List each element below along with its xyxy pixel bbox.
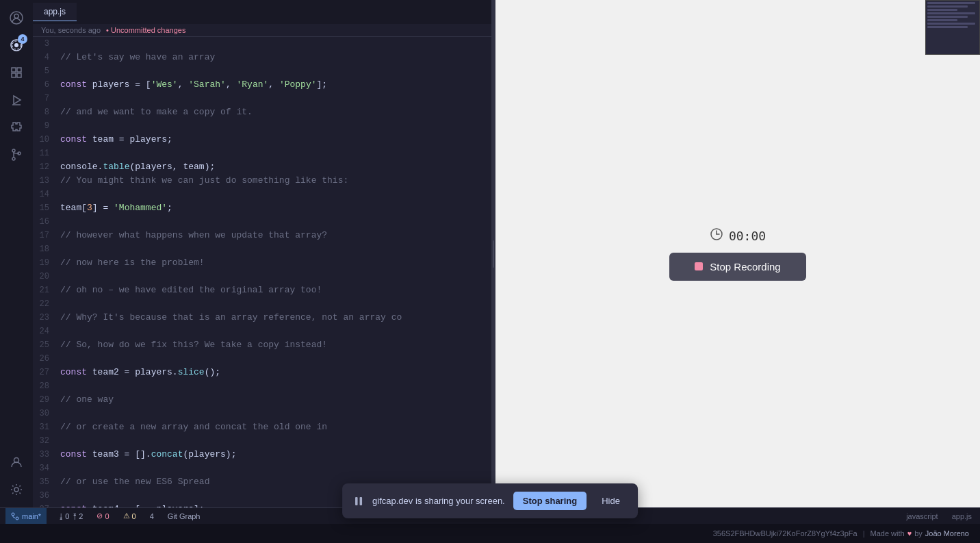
timer-value: 00:00 (729, 229, 766, 243)
code-line-25: 25 // So, how do we fix this? We take a … (33, 338, 491, 352)
code-content[interactable]: 3 4 // Let's say we have an array 5 6 co… (33, 37, 491, 507)
code-line-3: 3 (33, 37, 491, 51)
code-line-17: 17 // however what happens when we updat… (33, 229, 491, 242)
code-line-21: 21 // oh no – we have edited the origina… (33, 283, 491, 297)
code-panel: app.js You, seconds ago • Uncommitted ch… (33, 0, 491, 507)
timer-display: 00:00 (710, 227, 766, 244)
filename-indicator[interactable]: app.js (949, 512, 975, 520)
explorer-icon[interactable] (4, 60, 29, 85)
code-line-27: 27 const team2 = players.slice(); (33, 366, 491, 379)
tab-app-js[interactable]: app.js (33, 3, 77, 21)
settings-icon[interactable] (4, 477, 29, 502)
status-right: javascript app.js (903, 512, 975, 520)
hide-notification-button[interactable]: Hide (595, 492, 627, 510)
author-name: João Moreno (925, 529, 969, 538)
git-graph-label: Git Graph (168, 512, 201, 520)
run-icon[interactable] (4, 88, 29, 112)
extensions-icon[interactable] (4, 115, 29, 140)
branch-name: main* (22, 512, 41, 520)
svg-point-3 (14, 43, 18, 47)
recording-controls: 00:00 Stop Recording (669, 227, 806, 281)
sync-indicator[interactable]: ⭳0 ⭱2 (55, 512, 86, 520)
svg-point-11 (12, 157, 15, 160)
svg-rect-21 (360, 497, 363, 505)
notification-icon[interactable]: 4 (4, 33, 29, 58)
code-line-18: 18 (33, 242, 491, 256)
activity-bar-bottom (4, 450, 29, 507)
code-line-10: 10 const team = players; (33, 133, 491, 147)
branch-icon (11, 512, 19, 520)
code-line-6: 6 const players = ['Wes', 'Sarah', 'Ryan… (33, 78, 491, 92)
code-line-9: 9 (33, 119, 491, 133)
code-line-8: 8 // and we want to make a copy of it. (33, 105, 491, 119)
code-line-32: 32 (33, 434, 491, 448)
source-control-icon[interactable] (4, 142, 29, 167)
breadcrumb-author: You, seconds ago (41, 26, 101, 34)
made-with-section: Made with ♥ by João Moreno (870, 529, 969, 538)
breadcrumb-bar: You, seconds ago • Uncommitted changes (33, 24, 491, 37)
code-line-26: 26 (33, 352, 491, 366)
heart-icon: ♥ (907, 529, 912, 538)
mini-line (927, 16, 968, 18)
preview-panel: 00:00 Stop Recording (495, 0, 980, 507)
mini-line (927, 2, 975, 4)
code-line-13: 13 // You might think we can just do som… (33, 174, 491, 188)
stop-sharing-button[interactable]: Stop sharing (513, 492, 586, 510)
thumbnail-preview (925, 0, 980, 55)
language-label: javascript (906, 512, 938, 520)
svg-rect-7 (12, 73, 16, 77)
svg-point-19 (16, 517, 18, 520)
svg-rect-5 (12, 68, 16, 72)
mini-line (927, 5, 968, 8)
svg-rect-6 (17, 68, 21, 72)
svg-rect-8 (17, 73, 21, 77)
bottom-bar: 356S2FBHDwBUjki72KoForZ8YgYf4z3pFa | Mad… (0, 524, 980, 543)
tab-label: app.js (44, 7, 66, 16)
code-line-28: 28 (33, 379, 491, 393)
code-line-22: 22 (33, 297, 491, 311)
code-line-15: 15 team[3] = 'Mohammed'; (33, 201, 491, 215)
clock-icon (710, 227, 723, 244)
code-line-19: 19 // now here is the problem! (33, 256, 491, 270)
account-icon[interactable] (4, 450, 29, 475)
avatar-icon[interactable] (4, 5, 29, 30)
share-message: gifcap.dev is sharing your screen. (372, 496, 505, 506)
status-left: main* ⭳0 ⭱2 ⊘ 0 ⚠ 0 4 Git Graph (5, 508, 203, 525)
svg-point-1 (14, 14, 18, 18)
svg-rect-20 (355, 497, 358, 505)
svg-point-14 (14, 488, 18, 492)
stop-recording-label: Stop Recording (710, 261, 780, 273)
info-count[interactable]: 4 (147, 512, 157, 520)
screen-share-notification: gifcap.dev is sharing your screen. Stop … (342, 483, 638, 518)
code-line-12: 12 console.table(players, team); (33, 160, 491, 174)
git-graph-button[interactable]: Git Graph (165, 512, 203, 520)
code-line-30: 30 (33, 407, 491, 420)
mini-line (927, 19, 957, 21)
code-line-34: 34 (33, 462, 491, 475)
mini-line (927, 9, 957, 11)
pause-icon (353, 496, 364, 507)
svg-point-10 (12, 149, 15, 152)
made-with-label: Made with (870, 529, 904, 538)
mini-line (927, 23, 975, 25)
mini-line (927, 12, 975, 14)
activity-bar: 4 (0, 0, 33, 507)
code-line-23: 23 // Why? It's because that is an array… (33, 311, 491, 325)
language-indicator[interactable]: javascript (903, 512, 940, 520)
error-count[interactable]: ⊘ 0 (94, 512, 112, 520)
code-line-4: 4 // Let's say we have an array (33, 51, 491, 64)
branch-indicator[interactable]: main* (5, 508, 47, 525)
code-line-33: 33 const team3 = [].concat(players); (33, 448, 491, 462)
code-line-20: 20 (33, 270, 491, 283)
code-line-14: 14 (33, 188, 491, 201)
filename-label: app.js (952, 512, 972, 520)
warning-count[interactable]: ⚠ 0 (120, 512, 139, 520)
stop-recording-button[interactable]: Stop Recording (669, 253, 806, 281)
notification-badge: 4 (18, 34, 27, 44)
code-line-29: 29 // one way (33, 393, 491, 407)
code-line-11: 11 (33, 147, 491, 160)
code-line-5: 5 (33, 64, 491, 78)
svg-point-18 (12, 513, 14, 516)
mini-line (927, 26, 968, 28)
editor-header: app.js (33, 0, 491, 24)
